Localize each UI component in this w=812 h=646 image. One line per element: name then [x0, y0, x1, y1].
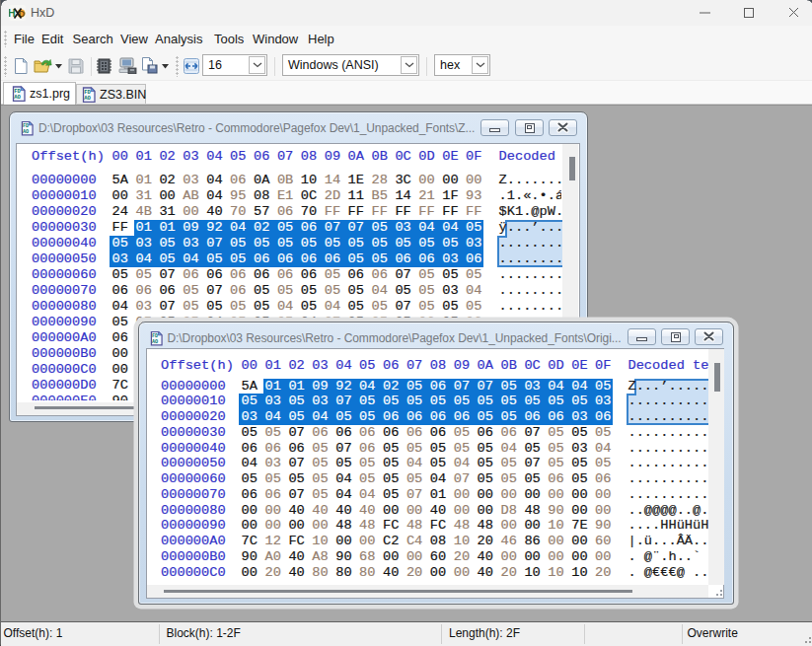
svg-text:AO: AO — [84, 95, 91, 102]
svg-text:AO: AO — [23, 129, 29, 135]
svg-text:AO: AO — [152, 338, 158, 344]
svg-text:AO: AO — [14, 94, 21, 101]
